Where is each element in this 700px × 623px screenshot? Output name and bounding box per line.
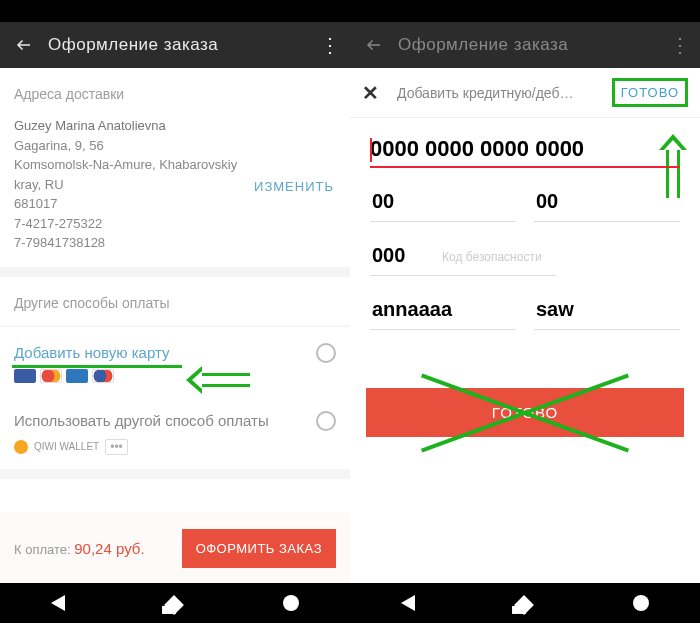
arrow-annotation-icon (200, 373, 250, 387)
other-payment-row[interactable]: Использовать другой способ оплаты (0, 395, 350, 435)
add-card-label: Добавить новую карту (14, 344, 308, 361)
status-bar (350, 0, 700, 22)
first-name-field[interactable] (370, 290, 516, 330)
nav-home-icon[interactable] (514, 595, 534, 615)
more-payments-icon: ••• (105, 439, 128, 455)
divider (0, 267, 350, 277)
other-payment-label: Использовать другой способ оплаты (14, 412, 308, 429)
exp-month-field[interactable] (370, 182, 516, 222)
card-form: 0000 0000 0000 0000 Код безопасности (350, 118, 700, 348)
addr-line: Komsomolsk-Na-Amure, Khabarovskiy (14, 155, 336, 175)
back-icon[interactable] (362, 33, 386, 57)
submit-order-button[interactable]: ОФОРМИТЬ ЗАКАЗ (182, 529, 336, 568)
exp-year-field[interactable] (534, 182, 680, 222)
addr-zip: 681017 (14, 194, 336, 214)
nav-recent-icon[interactable] (283, 595, 299, 611)
amex-icon (66, 369, 88, 383)
overflow-icon[interactable]: ⋮ (320, 33, 338, 57)
nav-recent-icon[interactable] (633, 595, 649, 611)
android-navbar (350, 583, 700, 623)
app-header: Оформление заказа ⋮ (0, 22, 350, 68)
addr-name: Guzey Marina Anatolievna (14, 116, 336, 136)
overflow-icon[interactable]: ⋮ (670, 33, 688, 57)
total-value: 90,24 руб. (74, 540, 144, 557)
maestro-icon (92, 369, 114, 383)
android-navbar (0, 583, 350, 623)
nav-back-icon[interactable] (401, 595, 415, 611)
close-icon[interactable]: ✕ (362, 81, 379, 105)
status-bar (0, 0, 350, 22)
card-number-field[interactable]: 0000 0000 0000 0000 (370, 136, 680, 168)
right-screen: Оформление заказа ⋮ ✕ Добавить кредитную… (350, 0, 700, 623)
radio-other-payment[interactable] (316, 411, 336, 431)
back-icon[interactable] (12, 33, 36, 57)
left-screen: Оформление заказа ⋮ Адреса доставки Guze… (0, 0, 350, 623)
add-card-row[interactable]: Добавить новую карту (0, 327, 350, 367)
modal-header: ✕ Добавить кредитную/деб… ГОТОВО (350, 68, 700, 118)
radio-add-card[interactable] (316, 343, 336, 363)
done-button-large[interactable]: ГОТОВО (366, 388, 684, 437)
card-logos (0, 367, 350, 395)
address-block: Guzey Marina Anatolievna Gagarina, 9, 56… (0, 116, 350, 267)
edit-address-link[interactable]: ИЗМЕНИТЬ (254, 177, 334, 197)
visa-icon (14, 369, 36, 383)
mastercard-icon (40, 369, 62, 383)
addr-phone: 7-4217-275322 (14, 214, 336, 234)
nav-home-icon[interactable] (164, 595, 184, 615)
total-text: К оплате: 90,24 руб. (14, 540, 145, 557)
app-header: Оформление заказа ⋮ (350, 22, 700, 68)
addr-phone: 7-79841738128 (14, 233, 336, 253)
modal-title: Добавить кредитную/деб… (397, 85, 612, 101)
last-name-field[interactable] (534, 290, 680, 330)
payment-section-label: Другие способы оплаты (0, 277, 350, 325)
nav-back-icon[interactable] (51, 595, 65, 611)
qiwi-label: QIWI WALLET (34, 441, 99, 452)
address-section-label: Адреса доставки (0, 68, 350, 116)
total-label: К оплате: (14, 542, 74, 557)
header-title: Оформление заказа (398, 35, 670, 55)
header-title: Оформление заказа (48, 35, 320, 55)
addr-line: Gagarina, 9, 56 (14, 136, 336, 156)
wallet-logos: QIWI WALLET ••• (0, 435, 350, 469)
highlight-underline (12, 365, 182, 368)
done-link[interactable]: ГОТОВО (612, 78, 688, 107)
totals-bar: К оплате: 90,24 руб. ОФОРМИТЬ ЗАКАЗ (0, 513, 350, 583)
divider (0, 469, 350, 479)
cvv-hint: Код безопасности (442, 250, 542, 264)
qiwi-icon (14, 440, 28, 454)
